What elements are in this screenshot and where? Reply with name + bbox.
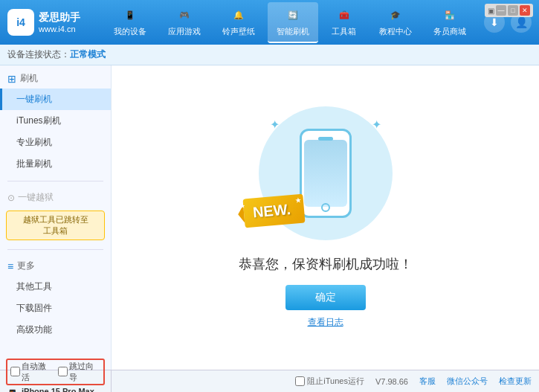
tab-toolbox[interactable]: 🧰 工具箱 — [322, 2, 367, 43]
content-area: ✦ ✦ ✦ ★ NEW. ★ 恭喜您，保资料刷机成功啦！ — [112, 65, 539, 370]
checkbox-outline-box: 自动激活 跳过向导 — [6, 359, 105, 385]
window-controls: ▣ — □ ✕ — [485, 4, 533, 17]
sidebar-item-pro-flash[interactable]: 专业刷机 — [0, 132, 111, 153]
confirm-button[interactable]: 确定 — [285, 285, 366, 310]
top-nav-bar: i4 爱思助手 www.i4.cn 📱 我的设备 🎮 应用游戏 🔔 铃声壁纸 — [0, 0, 539, 45]
sidebar-section-more: ≡ 更多 其他工具 下载固件 高级功能 — [0, 253, 111, 344]
flash-section-icon: ⊞ — [7, 73, 16, 85]
stop-itunes-row: 阻止iTunes运行 — [295, 376, 364, 387]
tab-smart-flash[interactable]: 🔄 智能刷机 — [268, 2, 318, 43]
sidebar-section-flash-header: ⊞ 刷机 — [0, 68, 111, 89]
phone-body — [300, 129, 352, 218]
sidebar-item-itunes-flash[interactable]: iTunes刷机 — [0, 110, 111, 132]
success-message: 恭喜您，保资料刷机成功啦！ — [239, 255, 413, 273]
smart-icon: 🔄 — [284, 7, 302, 25]
new-banner: ★ NEW. ★ — [242, 194, 305, 228]
restore-button[interactable]: □ — [508, 5, 518, 16]
device-info-row: 📱 iPhone 15 Pro Max 512GB iPhone — [6, 386, 105, 393]
main-layout: ⊞ 刷机 一键刷机 iTunes刷机 专业刷机 批量刷机 ⊙ 一键越狱 越狱工具… — [0, 65, 539, 370]
stop-itunes-checkbox[interactable] — [295, 376, 305, 386]
phone-illustration: ✦ ✦ ✦ ★ NEW. ★ — [259, 106, 393, 240]
star-left: ★ — [239, 202, 245, 210]
device-icon: 📱 — [121, 7, 139, 25]
sidebar-divider-2 — [7, 249, 103, 250]
close-button[interactable]: ✕ — [520, 5, 530, 16]
bottom-right-info: 阻止iTunes运行 V7.98.66 客服 微信公众号 检查更新 — [112, 370, 539, 392]
phone-home-button — [321, 203, 330, 212]
sub-bar-prefix: 设备连接状态： — [7, 48, 70, 61]
tab-tutorial[interactable]: 🎓 教程中心 — [370, 2, 421, 43]
sidebar-section-flash: ⊞ 刷机 一键刷机 iTunes刷机 专业刷机 批量刷机 — [0, 65, 111, 178]
sidebar-divider-1 — [7, 181, 103, 181]
guide-checkbox[interactable] — [58, 367, 68, 376]
sub-bar-status: 正常模式 — [70, 48, 106, 61]
bottom-bar: 自动激活 跳过向导 📱 iPhone 15 Pro Max 512GB iPho… — [0, 370, 539, 392]
sidebar-item-advanced[interactable]: 高级功能 — [0, 319, 111, 341]
device-phone-icon: 📱 — [6, 389, 19, 392]
more-section-icon: ≡ — [7, 260, 13, 272]
sidebar-jailbreak-notice: 越狱工具已跳转至工具箱 — [6, 211, 105, 240]
tab-ringtone[interactable]: 🔔 铃声壁纸 — [213, 2, 264, 43]
sidebar-disabled-jailbreak: ⊙ 一键越狱 — [0, 187, 111, 208]
minimize-button[interactable]: — — [496, 5, 506, 16]
tools-icon: 🧰 — [335, 7, 353, 25]
sparkle-tr: ✦ — [372, 118, 381, 132]
sidebar-item-one-key-flash[interactable]: 一键刷机 — [0, 89, 111, 110]
sidebar-item-download-firmware[interactable]: 下载固件 — [0, 298, 111, 319]
jailbreak-disabled-icon: ⊙ — [7, 193, 15, 203]
sidebar-item-other-tools[interactable]: 其他工具 — [0, 276, 111, 298]
logo-text: 爱思助手 www.i4.cn — [39, 11, 80, 33]
new-banner-text: NEW. — [252, 201, 291, 220]
auto-activate-label[interactable]: 自动激活 — [10, 361, 54, 383]
tutorial-icon: 🎓 — [387, 7, 404, 25]
view-log-link[interactable]: 查看日志 — [308, 316, 343, 329]
merchant-icon: 🏪 — [441, 7, 459, 25]
sparkle-tl: ✦ — [270, 118, 280, 132]
phone-notch — [318, 137, 333, 141]
guide-label[interactable]: 跳过向导 — [58, 361, 101, 383]
sub-bar: 设备连接状态： 正常模式 — [0, 45, 539, 65]
bottom-left-panel: 自动激活 跳过向导 📱 iPhone 15 Pro Max 512GB iPho… — [0, 370, 112, 392]
sidebar-item-batch-flash[interactable]: 批量刷机 — [0, 153, 111, 175]
tab-my-device[interactable]: 📱 我的设备 — [105, 2, 155, 43]
tab-apps-games[interactable]: 🎮 应用游戏 — [159, 2, 210, 43]
check-update-link[interactable]: 检查更新 — [499, 376, 532, 387]
star-right: ★ — [294, 196, 302, 205]
auto-activate-checkbox[interactable] — [10, 367, 20, 376]
service-link[interactable]: 客服 — [419, 376, 436, 387]
wechat-link[interactable]: 微信公众号 — [447, 376, 488, 387]
device-name: iPhone 15 Pro Max — [22, 387, 94, 393]
sidebar: ⊞ 刷机 一键刷机 iTunes刷机 专业刷机 批量刷机 ⊙ 一键越狱 越狱工具… — [0, 65, 112, 370]
app-logo: i4 爱思助手 www.i4.cn — [7, 9, 80, 36]
ringtone-icon: 🔔 — [230, 7, 248, 25]
sidebar-section-more-header: ≡ 更多 — [0, 256, 111, 276]
logo-icon: i4 — [7, 9, 34, 36]
apps-icon: 🎮 — [175, 7, 193, 25]
nav-tabs: 📱 我的设备 🎮 应用游戏 🔔 铃声壁纸 🔄 智能刷机 🧰 工具箱 🎓 — [95, 2, 484, 43]
phone-screen — [304, 140, 347, 207]
version-label: V7.98.66 — [375, 377, 408, 386]
sidebar-section-jailbreak: ⊙ 一键越狱 越狱工具已跳转至工具箱 — [0, 184, 111, 246]
tab-merchant[interactable]: 🏪 务员商城 — [425, 2, 475, 43]
